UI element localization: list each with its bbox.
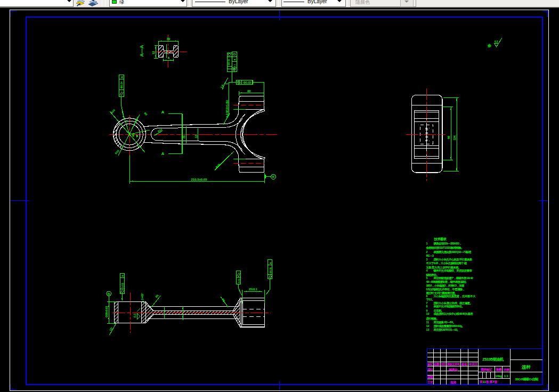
svg-text:35Cr5钢锻Cr自制: 35Cr5钢锻Cr自制 bbox=[515, 377, 538, 381]
svg-text:2: 2 bbox=[426, 250, 428, 254]
svg-text:6.3: 6.3 bbox=[495, 40, 498, 43]
svg-text:RC—3: RC—3 bbox=[426, 254, 434, 257]
svg-text:A: A bbox=[161, 110, 165, 115]
svg-text:1×45°: 1×45° bbox=[141, 293, 144, 300]
svg-text:31: 31 bbox=[182, 135, 185, 138]
svg-text:8: 8 bbox=[426, 305, 428, 308]
svg-text:A: A bbox=[161, 151, 165, 156]
svg-text:调质处理229—280HBS，: 调质处理229—280HBS， bbox=[433, 242, 462, 246]
svg-text:0.05: 0.05 bbox=[238, 278, 240, 283]
svg-text:11: 11 bbox=[426, 321, 430, 324]
svg-text:审核: 审核 bbox=[427, 375, 433, 379]
svg-text:7: 7 bbox=[426, 301, 428, 305]
svg-text:未注按GB/T6721—93。: 未注按GB/T6721—93。 bbox=[433, 328, 460, 332]
svg-text:签名: 签名 bbox=[461, 363, 467, 366]
svg-text:13: 13 bbox=[426, 328, 430, 331]
svg-text:处数: 处数 bbox=[433, 362, 440, 366]
svg-text:10: 10 bbox=[426, 312, 430, 315]
svg-text:设计: 设计 bbox=[427, 368, 433, 371]
svg-text:30: 30 bbox=[167, 37, 171, 40]
svg-text:分区: 分区 bbox=[440, 362, 446, 366]
svg-text:年月日: 年月日 bbox=[468, 362, 477, 366]
svg-text:A—A: A—A bbox=[139, 45, 144, 56]
svg-text:未注圆角 R2—R4。: 未注圆角 R2—R4。 bbox=[433, 321, 456, 324]
svg-text:图样标记: 图样标记 bbox=[481, 368, 492, 372]
svg-text:标记: 标记 bbox=[427, 362, 433, 366]
svg-text:成品连杆以大头中心线49H6为 基准: 成品连杆以大头中心线49H6为 基准 bbox=[433, 312, 474, 316]
svg-text:批准: 批准 bbox=[450, 381, 456, 385]
svg-text:ZS195柴油机: ZS195柴油机 bbox=[482, 357, 504, 362]
svg-text:锻件不允许有裂纹、夹层及折叠等: 锻件不允许有裂纹、夹层及折叠等 bbox=[433, 269, 473, 273]
svg-text:A: A bbox=[120, 76, 124, 78]
svg-text:96: 96 bbox=[447, 136, 450, 139]
svg-text:0.03: 0.03 bbox=[121, 283, 124, 288]
svg-text:连杆: 连杆 bbox=[521, 364, 531, 370]
svg-text:表面不允许有脱碳层存在。: 表面不允许有脱碳层存在。 bbox=[433, 305, 465, 308]
svg-text:连杆成品重量按1560±10g。: 连杆成品重量按1560±10g。 bbox=[434, 324, 465, 328]
svg-text:更改文件号: 更改文件号 bbox=[447, 363, 460, 366]
svg-text:40: 40 bbox=[247, 89, 251, 93]
svg-text:B: B bbox=[108, 292, 110, 296]
svg-text:4: 4 bbox=[426, 269, 428, 272]
svg-text:1: 1 bbox=[426, 242, 428, 245]
svg-text:1:1: 1:1 bbox=[504, 374, 508, 378]
svg-text:13: 13 bbox=[195, 135, 198, 138]
svg-text:9: 9 bbox=[426, 309, 428, 312]
svg-text:比例: 比例 bbox=[504, 368, 509, 372]
svg-text:技术要求: 技术要求 bbox=[434, 237, 447, 241]
svg-text:5: 5 bbox=[426, 276, 428, 280]
svg-text:余: 余 bbox=[487, 44, 492, 48]
svg-text:0.1: 0.1 bbox=[233, 64, 236, 67]
svg-text:12: 12 bbox=[152, 51, 155, 54]
svg-text:连杆大小头孔中心距及平行度误差: 连杆大小头孔中心距及平行度误差 bbox=[434, 258, 473, 262]
svg-text:大小头端面对孔垂直度， 允许差 不大: 大小头端面对孔垂直度， 允许差 不大 bbox=[433, 295, 476, 298]
svg-text:B: B bbox=[272, 175, 274, 178]
svg-text:25±0.1: 25±0.1 bbox=[249, 288, 257, 291]
svg-text:210.5±0.05: 210.5±0.05 bbox=[191, 178, 208, 181]
svg-text:工艺: 工艺 bbox=[427, 380, 433, 384]
svg-text:Φ0.05: Φ0.05 bbox=[228, 59, 230, 65]
svg-text:14kg: 14kg bbox=[495, 374, 502, 378]
svg-text:Φ28±0.03: Φ28±0.03 bbox=[106, 306, 108, 317]
svg-text:80: 80 bbox=[132, 133, 135, 137]
svg-text:2-M10×1-6H: 2-M10×1-6H bbox=[225, 100, 229, 115]
svg-text:3: 3 bbox=[426, 258, 428, 261]
svg-text:重量: 重量 bbox=[495, 368, 501, 371]
svg-text:0.3: 0.3 bbox=[133, 314, 136, 317]
svg-text:共11张 第7张: 共11张 第7张 bbox=[480, 380, 498, 384]
svg-text:Φ0.04: Φ0.04 bbox=[120, 81, 123, 88]
svg-text:表面喷丸强化按JB/ZQ10—71标准: 表面喷丸强化按JB/ZQ10—71标准 bbox=[433, 250, 472, 254]
svg-text:不大于0.05，大小头孔轴线在两个 相: 不大于0.05，大小头孔轴线在两个 相 bbox=[426, 262, 467, 265]
svg-text:标准化: 标准化 bbox=[449, 368, 458, 372]
svg-text:金相组织按GB/T13320标准检验。: 金相组织按GB/T13320标准检验。 bbox=[426, 246, 464, 250]
svg-text:6: 6 bbox=[426, 295, 428, 298]
svg-text:124: 124 bbox=[453, 135, 456, 140]
svg-text:12: 12 bbox=[426, 324, 430, 328]
svg-text:深0.6，小头端面2，杆身0.3，深度: 深0.6，小头端面2，杆身0.3，深度 bbox=[426, 284, 465, 288]
svg-text:Φ0.05: Φ0.05 bbox=[269, 267, 272, 273]
svg-text:Φ0.03: Φ0.03 bbox=[244, 81, 251, 84]
